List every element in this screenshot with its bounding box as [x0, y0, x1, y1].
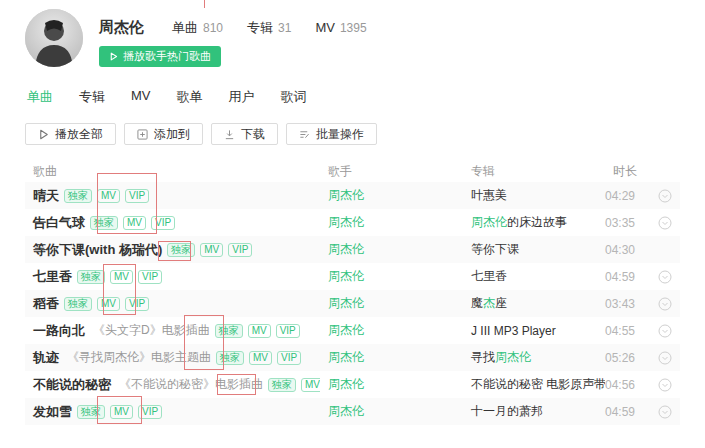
tab-playlists[interactable]: 歌单 [177, 88, 203, 106]
duration: 04:59 [605, 270, 650, 284]
tag-VIP: VIP [138, 270, 162, 284]
duration: 04:30 [605, 243, 650, 257]
album-link[interactable]: 等你下课 [463, 241, 605, 258]
add-to-button[interactable]: 添加到 [124, 123, 203, 145]
column-header-duration: 时长 [605, 163, 650, 180]
tag-MV: MV [110, 270, 133, 284]
song-title[interactable]: 轨迹 [33, 349, 59, 367]
tab-users[interactable]: 用户 [229, 88, 255, 106]
play-all-button[interactable]: 播放全部 [25, 123, 116, 145]
album-link[interactable]: 十一月的萧邦 [463, 403, 605, 420]
song-row: 告白气球 独家MVVIP 周杰伦 周杰伦的床边故事 03:35 [25, 209, 680, 236]
download-button[interactable]: 下载 [211, 123, 278, 145]
song-row: 一路向北 《头文字D》电影插曲 独家MVVIP 周杰伦 J III MP3 Pl… [25, 317, 680, 344]
stat-singles: 单曲810 [172, 19, 223, 37]
album-link[interactable]: 七里香 [463, 268, 605, 285]
song-row: 等你下课(with 杨瑞代) 独家MVVIP 周杰伦 等你下课 04:30 [25, 236, 680, 263]
expand-button[interactable] [658, 216, 672, 230]
artist-link[interactable]: 周杰伦 [328, 269, 364, 283]
album-link[interactable]: 不能说的秘密 电影原声带 [463, 376, 605, 393]
play-icon [38, 129, 49, 140]
duration: 04:59 [605, 405, 650, 419]
song-tags: 独家MVVIP [59, 297, 149, 311]
song-title[interactable]: 告白气球 [33, 214, 85, 232]
album-link[interactable]: J III MP3 Player [463, 324, 605, 338]
song-title[interactable]: 晴天 [33, 187, 59, 205]
tag-MV: MV [200, 243, 223, 257]
artist-name[interactable]: 周杰伦 [99, 18, 144, 37]
expand-button[interactable] [658, 270, 672, 284]
tag-VIP: VIP [228, 243, 252, 257]
avatar-photo [25, 9, 83, 67]
tag-MV: MV [301, 378, 320, 392]
column-header-artist: 歌手 [320, 163, 463, 180]
stat-mv: MV1395 [315, 20, 366, 35]
tab-mv[interactable]: MV [131, 88, 151, 106]
tag-MV: MV [248, 324, 271, 338]
artist-link[interactable]: 周杰伦 [328, 188, 364, 202]
stat-albums: 专辑31 [247, 19, 291, 37]
song-tags: 独家MVVIP [210, 324, 300, 338]
tag-MV: MV [249, 351, 272, 365]
expand-button[interactable] [658, 324, 672, 338]
song-title[interactable]: 稻香 [33, 295, 59, 313]
tag-独家: 独家 [268, 378, 296, 392]
song-title[interactable]: 发如雪 [33, 403, 72, 421]
album-link[interactable]: 魔杰座 [463, 295, 605, 312]
tab-lyrics[interactable]: 歌词 [281, 88, 307, 106]
tag-VIP: VIP [276, 324, 300, 338]
expand-button[interactable] [658, 297, 672, 311]
song-tags: 独家MVVIP [72, 270, 162, 284]
download-icon [224, 129, 235, 140]
tag-独家: 独家 [64, 189, 92, 203]
song-tags: 独家MVVIP [59, 189, 149, 203]
batch-ops-button[interactable]: 批量操作 [286, 123, 377, 145]
album-link[interactable]: 叶惠美 [463, 187, 605, 204]
column-header-song: 歌曲 [25, 163, 320, 180]
album-link[interactable]: 寻找周杰伦 [463, 349, 605, 366]
tag-VIP: VIP [125, 189, 149, 203]
song-list: 晴天 独家MVVIP 周杰伦 叶惠美 04:29 告白气球 独家MVVIP 周杰… [25, 182, 680, 425]
song-row: 轨迹 《寻找周杰伦》电影主题曲 独家MVVIP 周杰伦 寻找周杰伦 05:26 [25, 344, 680, 371]
duration: 04:55 [605, 324, 650, 338]
album-link[interactable]: 周杰伦的床边故事 [463, 214, 605, 231]
artist-link[interactable]: 周杰伦 [328, 215, 364, 229]
artist-link[interactable]: 周杰伦 [328, 296, 364, 310]
tab-albums[interactable]: 专辑 [79, 88, 105, 106]
song-title[interactable]: 七里香 [33, 268, 72, 286]
artist-link[interactable]: 周杰伦 [328, 242, 364, 256]
tag-MV: MV [110, 405, 133, 419]
tag-独家: 独家 [64, 297, 92, 311]
duration: 04:29 [605, 189, 650, 203]
song-row: 不能说的秘密 《不能说的秘密》电影插曲 独家MVVIP 周杰伦 不能说的秘密 电… [25, 371, 680, 398]
tag-VIP: VIP [125, 297, 149, 311]
song-subtitle: 《不能说的秘密》电影插曲 [119, 376, 263, 393]
duration: 03:35 [605, 216, 650, 230]
song-tags: 独家MVVIP [72, 405, 162, 419]
duration: 03:43 [605, 297, 650, 311]
play-hot-songs-button[interactable]: 播放歌手热门歌曲 [99, 46, 221, 67]
column-header-album: 专辑 [463, 163, 605, 180]
artist-link[interactable]: 周杰伦 [328, 377, 364, 391]
tag-VIP: VIP [151, 216, 175, 230]
tag-VIP: VIP [138, 405, 162, 419]
tag-MV: MV [97, 189, 120, 203]
artist-link[interactable]: 周杰伦 [328, 350, 364, 364]
expand-button[interactable] [658, 405, 672, 419]
song-tags: 独家MVVIP [162, 243, 252, 257]
artist-link[interactable]: 周杰伦 [328, 323, 364, 337]
expand-button[interactable] [658, 189, 672, 203]
tag-VIP: VIP [277, 351, 301, 365]
expand-button[interactable] [658, 378, 672, 392]
tag-MV: MV [123, 216, 146, 230]
song-subtitle: 《头文字D》电影插曲 [93, 322, 210, 339]
song-title[interactable]: 不能说的秘密 [33, 376, 111, 394]
expand-button[interactable] [658, 351, 672, 365]
song-title[interactable]: 等你下课(with 杨瑞代) [33, 241, 162, 259]
song-row: 晴天 独家MVVIP 周杰伦 叶惠美 04:29 [25, 182, 680, 209]
artist-avatar[interactable] [25, 9, 83, 67]
song-title[interactable]: 一路向北 [33, 322, 85, 340]
tab-singles[interactable]: 单曲 [27, 88, 53, 106]
artist-link[interactable]: 周杰伦 [328, 404, 364, 418]
song-tags: 独家MVVIP [211, 351, 301, 365]
